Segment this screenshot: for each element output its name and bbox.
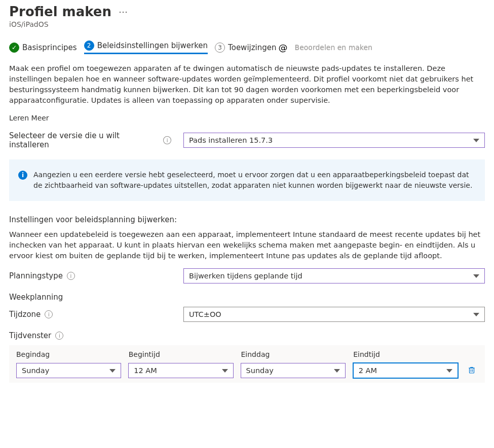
chevron-down-icon xyxy=(473,274,479,278)
info-icon[interactable]: i xyxy=(55,332,63,340)
check-icon: ✓ xyxy=(9,43,19,53)
wizard-steps: ✓ Basisprincipes 2 Beleidsinstellingen b… xyxy=(9,40,485,54)
chevron-down-icon xyxy=(473,139,479,142)
page-subtitle: iOS/iPadOS xyxy=(9,20,485,28)
delete-row-button[interactable] xyxy=(466,365,478,376)
schedule-type-label: Planningstype i xyxy=(9,271,171,280)
start-day-select[interactable]: Sunday xyxy=(16,363,121,378)
info-icon[interactable]: i xyxy=(67,272,75,280)
end-time-select[interactable]: 2 AM xyxy=(353,362,459,379)
schedule-type-value: Bijwerken tijdens geplande tijd xyxy=(189,272,302,280)
info-icon: i xyxy=(18,171,27,180)
step-assignments[interactable]: 3 Toewijzingen @ xyxy=(215,42,287,53)
schedule-type-select[interactable]: Bijwerken tijdens geplande tijd xyxy=(183,268,485,283)
timezone-label: Tijdzone i xyxy=(9,310,171,319)
at-icon: @ xyxy=(279,42,288,53)
trash-icon xyxy=(468,365,476,376)
step-basics[interactable]: ✓ Basisprincipes xyxy=(9,43,77,53)
chevron-down-icon xyxy=(473,313,479,316)
page-title: Profiel maken xyxy=(9,4,111,19)
version-value: Pads installeren 15.7.3 xyxy=(189,136,273,144)
end-day-value: Sunday xyxy=(246,366,274,375)
col-start-day: Begindag xyxy=(16,350,122,358)
col-end-time: Eindtijd xyxy=(353,350,459,358)
info-text: Aangezien u een eerdere versie hebt gese… xyxy=(33,170,476,191)
timezone-select[interactable]: UTC±OO xyxy=(183,307,485,322)
chevron-down-icon xyxy=(446,369,452,373)
start-day-value: Sunday xyxy=(22,366,49,375)
timewindow-label: Tijdvenster i xyxy=(9,331,171,340)
time-window-table: Begindag Begintijd Einddag Eindtijd Sund… xyxy=(9,345,485,383)
more-icon[interactable]: ⋯ xyxy=(119,7,129,17)
start-time-select[interactable]: 12 AM xyxy=(128,363,233,378)
timezone-value: UTC±OO xyxy=(189,310,221,318)
step-label: Beoordelen en maken xyxy=(295,44,372,52)
col-end-day: Einddag xyxy=(241,350,347,358)
end-time-value: 2 AM xyxy=(359,366,377,375)
end-day-select[interactable]: Sunday xyxy=(241,363,346,378)
learn-more-link[interactable]: Leren Meer xyxy=(9,114,49,122)
schedule-heading: Instellingen voor beleidsplanning bijwer… xyxy=(9,215,485,224)
step-label: Beleidsinstellingen bijwerken xyxy=(97,41,208,50)
step-label: Toewijzingen xyxy=(228,43,276,52)
step-review[interactable]: Beoordelen en maken xyxy=(295,44,372,52)
svg-rect-0 xyxy=(470,368,474,373)
chevron-down-icon xyxy=(222,369,228,373)
intro-paragraph: Maak een profiel om toegewezen apparaten… xyxy=(9,63,485,106)
chevron-down-icon xyxy=(109,369,116,373)
table-row: Sunday 12 AM Sunday 2 AM xyxy=(13,362,481,379)
version-label: Selecteer de versie die u wilt installer… xyxy=(9,131,171,149)
step-number-icon: 3 xyxy=(215,43,225,53)
weekly-heading: Weekplanning xyxy=(9,293,485,302)
info-icon[interactable]: i xyxy=(163,136,171,144)
version-select[interactable]: Pads installeren 15.7.3 xyxy=(183,133,485,148)
start-time-value: 12 AM xyxy=(134,366,157,375)
step-update-policy[interactable]: 2 Beleidsinstellingen bijwerken xyxy=(84,40,208,54)
step-number-icon: 2 xyxy=(84,40,94,51)
info-icon[interactable]: i xyxy=(45,310,53,318)
chevron-down-icon xyxy=(334,369,340,373)
step-label: Basisprincipes xyxy=(22,43,77,52)
col-start-time: Begintijd xyxy=(129,350,234,358)
info-banner: i Aangezien u een eerdere versie hebt ge… xyxy=(9,159,485,201)
schedule-paragraph: Wanneer een updatebeleid is toegewezen a… xyxy=(9,229,485,261)
